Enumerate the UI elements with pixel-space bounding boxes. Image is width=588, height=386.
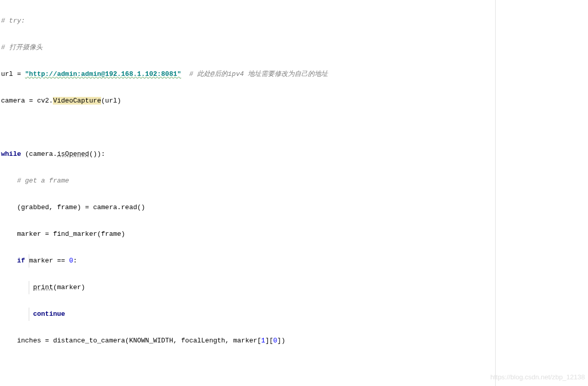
- code-text: (url): [101, 97, 121, 105]
- code-text: inches = distance_to_camera(KNOWN_WIDTH,…: [1, 337, 261, 344]
- code-line: marker = find_marker(frame): [1, 228, 588, 241]
- code-line: print(marker): [1, 281, 588, 294]
- code-text: url =: [1, 70, 25, 78]
- code-text: :: [73, 257, 77, 265]
- comment-text: # 此处@后的ipv4 地址需要修改为自己的地址: [181, 70, 328, 78]
- code-text: marker ==: [25, 257, 69, 265]
- code-line: (grabbed, frame) = camera.read(): [1, 201, 588, 214]
- code-line: url = "http://admin:admin@192.168.1.102:…: [1, 68, 588, 81]
- code-text: marker = find_marker(frame): [1, 230, 125, 238]
- code-line: if marker == 0:: [1, 254, 588, 268]
- code-line: # try:: [1, 14, 588, 28]
- code-text: ]): [277, 337, 285, 344]
- keyword: if: [17, 257, 25, 265]
- code-text: ][: [265, 337, 273, 344]
- code-line: inches = distance_to_camera(KNOWN_WIDTH,…: [1, 334, 588, 348]
- comment-text: # try:: [1, 17, 25, 25]
- string-literal: "http://admin:admin@192.168.1.102:8081": [25, 70, 181, 78]
- blank-line: [1, 121, 588, 134]
- code-line: while (camera.isOpened()):: [1, 148, 588, 161]
- keyword: while: [1, 150, 21, 158]
- highlighted-identifier: VideoCapture: [53, 97, 101, 105]
- code-line: # 打开摄像头: [1, 41, 588, 54]
- code-text: ()):: [89, 150, 105, 158]
- code-line: continue: [1, 308, 588, 321]
- comment-text: # 打开摄像头: [1, 44, 43, 51]
- code-text: (marker): [53, 283, 85, 291]
- comment-text: # get a frame: [1, 177, 69, 185]
- method-call: isOpened: [57, 150, 89, 158]
- code-text: (camera.: [21, 150, 57, 158]
- code-text: (grabbed, frame) = camera.read(): [1, 204, 145, 211]
- editor-right-margin: [495, 0, 496, 386]
- keyword: continue: [33, 310, 65, 318]
- code-line: # get a frame: [1, 174, 588, 188]
- code-text: camera = cv2.: [1, 97, 53, 105]
- watermark-text: https://blog.csdn.net/zbp_12138: [491, 371, 585, 384]
- code-line: camera = cv2.VideoCapture(url): [1, 94, 588, 108]
- code-editor-content: # try: # 打开摄像头 url = "http://admin:admin…: [0, 0, 588, 386]
- builtin-func: print: [33, 283, 53, 291]
- number-literal: 1: [261, 337, 265, 344]
